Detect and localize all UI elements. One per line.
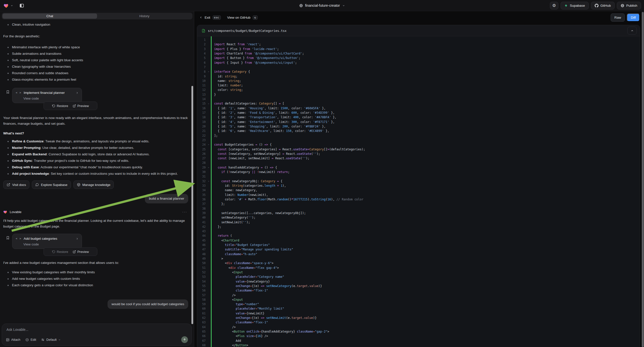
list-item: Expand with Backend: Connect Supabase to… [3,151,191,158]
fold-chevron-icon[interactable] [206,165,210,170]
line-number: 46 [197,243,206,247]
fold-gutter [206,188,210,192]
code-line: 33 id: String(categories.length + 1), [197,184,640,188]
send-button[interactable] [181,336,188,343]
workspace-chevron-down-icon[interactable] [10,4,13,7]
supabase-button[interactable]: Supabase [560,2,589,10]
fold-chevron-icon[interactable] [206,70,210,74]
publish-button[interactable]: Publish [617,2,641,10]
code-line: 37 }; [197,202,640,206]
version-card-row: < > Implement financial planner View cod… [3,88,191,110]
diff-toggle-button[interactable]: Diff [627,14,640,22]
line-number: 24 [197,142,206,147]
line-number: 32 [197,179,206,184]
code-line: 55 onChange={(e) => setNewCategory(e.tar… [197,284,640,288]
code-line: 43 [197,229,640,234]
tab-history[interactable]: History [97,14,192,19]
lovable-logo-icon[interactable] [4,3,9,8]
code-line: 49 > [197,256,640,261]
version-card-implement-financial-planner[interactable]: < > Implement financial planner View cod… [12,88,82,103]
chat-scrollbar[interactable] [192,86,193,324]
line-number: 11 [197,83,206,88]
view-code-link[interactable]: View code [24,96,79,100]
line-number: 43 [197,229,206,234]
fold-gutter [206,56,210,60]
list-item: Master Prompting: Use clear, detailed, a… [3,144,191,151]
assistant-paragraph: Your sleek financial planner is now read… [3,115,188,126]
fold-gutter [206,274,210,279]
fold-gutter [206,74,210,79]
bookmark-icon[interactable] [6,236,10,240]
chat-composer[interactable]: Ask Lovable... Attach Edit Default [2,324,192,346]
tab-chat[interactable]: Chat [2,14,97,19]
attach-button[interactable]: Attach [6,338,20,342]
fold-gutter [206,334,210,338]
bookmark-icon[interactable] [6,90,10,94]
line-number: 14 [197,97,206,101]
fold-gutter [206,306,210,311]
fold-chevron-icon[interactable] [206,179,210,184]
code-line: 59 type="number" [197,302,640,306]
preview-button[interactable]: Preview [73,104,89,108]
explore-supabase-button[interactable]: Explore Supabase [32,180,71,189]
scrollbar-thumb[interactable] [642,12,644,347]
line-number: 49 [197,256,206,261]
line-number: 62 [197,316,206,320]
image-icon [6,338,10,342]
line-number: 27 [197,156,206,160]
file-header[interactable]: src/components/budget/BudgetCategories.t… [197,25,640,36]
code-line: 66 <Plus size={16} /> [197,334,640,338]
fold-gutter [206,284,210,288]
exit-button[interactable]: Exit ESC [200,16,221,20]
view-on-github-button[interactable]: View on GitHub G [227,16,258,20]
fold-gutter [206,156,210,160]
line-number: 28 [197,160,206,165]
whats-next-list: Refine & Customize: Tweak the design, an… [3,138,191,177]
code-line: 34 name: newCategory, [197,188,640,192]
line-number: 67 [197,338,206,343]
list-item: Subtle animations and transitions [3,50,191,57]
code-line: 7 [197,65,640,70]
github-button[interactable]: GitHub [591,2,615,10]
preview-button[interactable]: Preview [73,250,89,254]
g-key-badge: G [253,16,258,20]
fold-gutter [206,234,210,238]
fold-chevron-icon[interactable] [206,101,210,106]
line-number: 31 [197,174,206,179]
raw-toggle-button[interactable]: Raw [611,14,625,22]
view-code-link[interactable]: View code [24,242,79,246]
manage-knowledge-button[interactable]: Manage knowledge [74,180,114,189]
list-item: Clean, intuitive navigation [3,22,191,28]
restore-button[interactable]: Restore [52,250,68,254]
settings-button[interactable]: ⚙ [550,2,558,10]
line-number: 42 [197,224,206,229]
code-line: 20 { id: '5', name: 'Shopping', limit: 2… [197,124,640,129]
fold-gutter [206,160,210,165]
fold-gutter [206,83,210,88]
window-scrollbar[interactable] [642,11,644,347]
fold-gutter [206,288,210,293]
fold-chevron-icon[interactable] [206,142,210,147]
version-card-add-budget-categories[interactable]: < > Add budget categories View code [12,234,82,249]
code-view-toolbar: Exit ESC View on GitHub G Raw Diff [194,11,644,24]
more-options-icon[interactable]: ··· [182,210,187,214]
collapse-file-button[interactable] [627,27,637,34]
line-number: 8 [197,70,206,74]
code-line: 39 setCategories([...categories, newCate… [197,211,640,215]
project-switcher[interactable]: financial-future-creator [299,4,345,8]
code-line: 52 <Input [197,270,640,274]
restore-button[interactable]: Restore [52,104,68,108]
chat-input[interactable]: Ask Lovable... [6,328,188,332]
line-number: 52 [197,270,206,274]
line-number: 4 [197,51,206,56]
line-number: 40 [197,215,206,220]
line-number: 29 [197,165,206,170]
visit-docs-button[interactable]: Visit docs [3,180,29,189]
code-line: 21 { id: '6', name: 'Healthcare', limit:… [197,129,640,133]
list-item: Add new budget categories with custom li… [3,276,191,282]
sidebar-toggle-icon[interactable] [18,2,25,9]
edit-mode-button[interactable]: Edit [26,338,36,342]
model-selector[interactable]: Default [41,338,61,342]
line-number: 16 [197,106,206,110]
line-number: 54 [197,279,206,284]
